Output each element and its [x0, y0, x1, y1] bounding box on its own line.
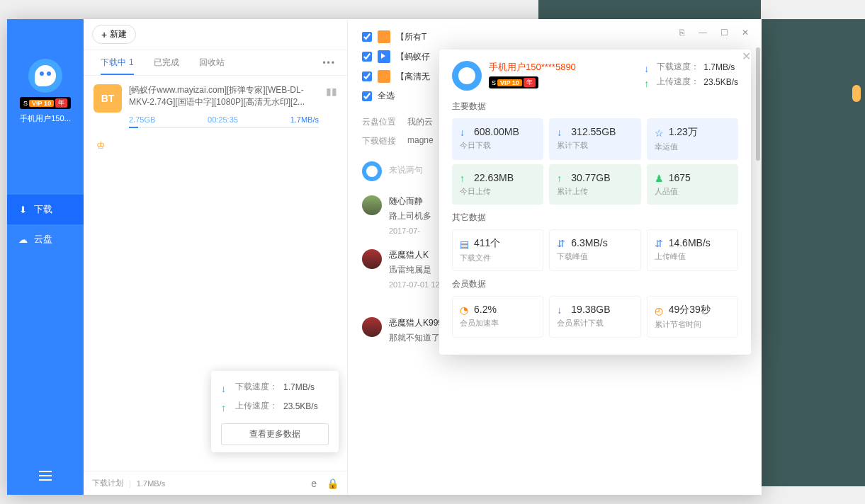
tab-count: 1 [129, 57, 134, 67]
vip-badge: S VIP 10 年 [489, 76, 538, 88]
maximize-button[interactable]: ☐ [719, 28, 729, 38]
download-column: +新建 下载中1 已完成 回收站 ••• BT [蚂蚁仔www.mayizai.… [84, 19, 348, 495]
pause-icon[interactable]: ▮▮ [326, 86, 337, 97]
stat-label: 下载文件 [460, 253, 536, 263]
data-panel: ✕ 手机用户150****5890 S VIP 10 年 下载速度：1.7MB/… [439, 50, 751, 355]
chart-icon [655, 238, 665, 248]
view-more-button[interactable]: 查看更多数据 [221, 423, 329, 445]
gauge-icon [460, 304, 470, 314]
section-other-title: 其它数据 [452, 212, 738, 224]
ul-speed-label: 上传速度： [657, 76, 699, 88]
stat-card-dl-peak: 6.3MB/s下载峰值 [549, 229, 640, 271]
vip-year: 年 [524, 78, 536, 87]
comment-nick: 恶魔猎人K999 [389, 317, 443, 329]
bird-icon [35, 65, 56, 86]
comment-nick: 随心而静 [389, 195, 431, 207]
file-icon [460, 239, 470, 248]
ie-icon[interactable]: e [311, 478, 317, 489]
sidebar: S VIP 10 年 手机用户150... ⬇ 下载 ☁ 云盘 [7, 19, 84, 495]
arrow-down-icon [644, 63, 652, 71]
scrollbar[interactable] [756, 47, 760, 161]
download-tabs: 下载中1 已完成 回收站 ••• [84, 50, 347, 76]
stat-card-total-dl: 312.55GB累计下载 [549, 118, 640, 160]
person-icon [655, 173, 665, 183]
download-time: 00:25:35 [208, 115, 238, 124]
mid-header: +新建 [84, 19, 347, 50]
new-button[interactable]: +新建 [92, 25, 136, 44]
speed-label: 上传速度： [235, 400, 278, 412]
vip-level: VIP 10 [497, 79, 522, 86]
download-link-label: 下载链接 [362, 135, 396, 147]
background-top-strip [538, 0, 761, 19]
tab-label: 回收站 [199, 57, 225, 67]
speed-row-download: 下载速度： 1.7MB/s [221, 381, 329, 393]
vip-level: VIP 10 [29, 100, 54, 107]
speed-popup: 下载速度： 1.7MB/s 上传速度： 23.5KB/s 查看更多数据 [211, 371, 339, 452]
minimize-button[interactable]: — [698, 28, 708, 38]
arrow-up-icon [557, 173, 567, 183]
stat-label: 会员加速率 [460, 318, 536, 328]
lock-icon[interactable]: 🔒 [327, 478, 339, 489]
tab-downloading[interactable]: 下载中1 [91, 57, 144, 69]
download-meta: 2.75GB 00:25:35 1.7MB/s [129, 115, 319, 124]
speed-row-upload: 上传速度： 23.5KB/s [221, 400, 329, 412]
avatar-icon [362, 161, 382, 181]
comment-text: 路上司机多 [389, 210, 431, 222]
clock-icon [655, 305, 665, 315]
vip-badge: S VIP 10 年 [20, 97, 71, 109]
tab-done[interactable]: 已完成 [144, 57, 189, 69]
background-right-strip [762, 19, 865, 486]
progress-bar [129, 127, 319, 128]
new-button-label: 新建 [110, 28, 127, 40]
stat-value: 411个 [474, 237, 500, 250]
close-panel-icon[interactable]: ✕ [742, 50, 751, 63]
avatar [362, 317, 382, 337]
checkbox[interactable] [362, 71, 372, 81]
tab-trash[interactable]: 回收站 [189, 57, 234, 69]
close-button[interactable]: ✕ [740, 28, 750, 38]
more-icon[interactable]: ••• [322, 58, 336, 68]
checkbox[interactable] [362, 91, 372, 101]
chart-icon [557, 238, 567, 248]
hamburger-icon[interactable] [39, 475, 52, 476]
panel-header: 手机用户150****5890 S VIP 10 年 下载速度：1.7MB/s … [452, 61, 738, 91]
download-icon: ⬇ [17, 204, 28, 215]
stat-card-time-saved: 49分39秒累计节省时间 [647, 296, 738, 338]
download-info: [蚂蚁仔www.mayizai.com][拆弹专家][WEB-DL-MKV-2.… [129, 84, 319, 128]
footer-plan[interactable]: 下载计划 [92, 478, 123, 488]
stat-card-karma: 1675人品值 [647, 164, 738, 205]
panel-username: 手机用户150****5890 [489, 61, 637, 74]
stat-card-luck: 1.23万幸运值 [647, 118, 738, 160]
stat-label: 上传峰值 [655, 251, 730, 262]
sidebar-item-cloud[interactable]: ☁ 云盘 [7, 224, 84, 254]
download-item[interactable]: BT [蚂蚁仔www.mayizai.com][拆弹专家][WEB-DL-MKV… [84, 76, 347, 137]
stat-card-today-ul: 22.63MB今日上传 [452, 164, 543, 205]
profile-block[interactable]: S VIP 10 年 手机用户150... [20, 59, 71, 124]
stat-value: 49分39秒 [669, 304, 711, 316]
bt-file-icon: BT [94, 84, 122, 113]
stat-label: 今日上传 [460, 186, 536, 197]
window-controls: ⎘ — ☐ ✕ [677, 28, 750, 38]
stat-card-files: 411个下载文件 [452, 229, 543, 271]
arrow-down-icon [460, 127, 470, 137]
task-label: 【蚂蚁仔 [396, 51, 430, 63]
stat-value: 19.38GB [571, 304, 610, 315]
download-link-value: magne [407, 135, 434, 147]
stat-value: 6.2% [474, 304, 497, 315]
stat-value: 22.63MB [474, 172, 514, 183]
checkbox[interactable] [362, 52, 372, 62]
tab-label: 下载中 [101, 57, 126, 67]
zip-icon [378, 70, 390, 83]
cloud-location-value: 我的云 [407, 116, 433, 128]
arrow-up-icon [644, 78, 652, 86]
sidebar-item-label: 下载 [34, 203, 52, 216]
dl-speed-value: 1.7MB/s [703, 62, 735, 72]
sidebar-item-download[interactable]: ⬇ 下载 [7, 195, 84, 224]
avatar [362, 195, 382, 215]
checkbox[interactable] [362, 32, 372, 42]
scroll-indicator[interactable] [852, 85, 861, 102]
theme-icon[interactable]: ⎘ [677, 28, 686, 38]
badge-row: ♔ [84, 137, 347, 154]
speed-value: 1.7MB/s [283, 382, 315, 392]
section-main-title: 主要数据 [452, 101, 738, 113]
